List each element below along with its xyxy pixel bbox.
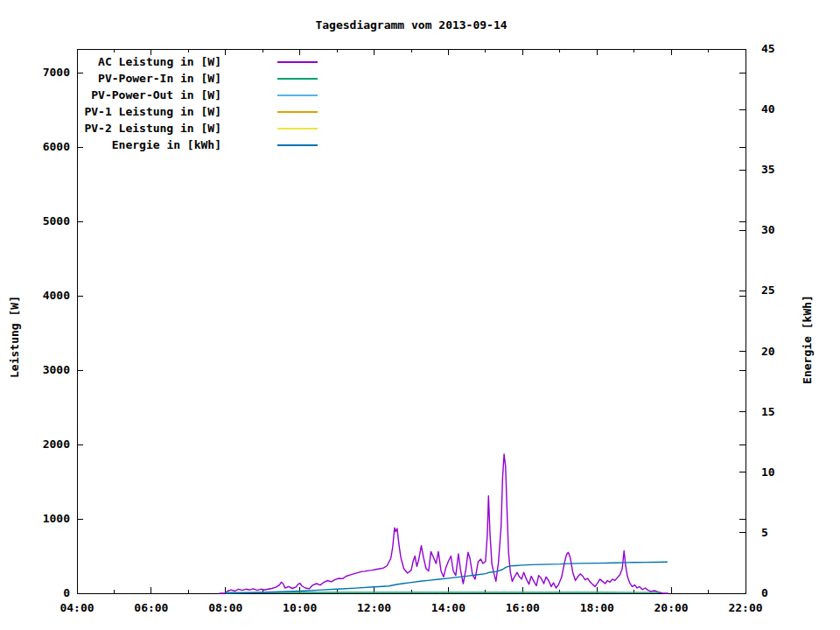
y-tick-label: 4000	[18, 290, 70, 302]
y2-tick-label: 0	[761, 587, 768, 599]
legend-line-sample	[277, 144, 318, 146]
daily-pv-chart: Tagesdiagramm vom 2013-09-14 Leistung [W…	[0, 0, 840, 630]
y2-tick-label: 35	[761, 164, 775, 176]
y2-tick-label: 25	[761, 284, 775, 297]
legend-line-sample	[277, 128, 318, 130]
x-tick-label: 22:00	[728, 602, 762, 614]
y2-tick-label: 30	[761, 224, 775, 236]
y-tick-label: 0	[18, 587, 70, 599]
y2-tick-label: 10	[761, 466, 775, 479]
x-tick-label: 12:00	[357, 602, 391, 614]
legend-line-sample	[277, 61, 318, 63]
legend-item-3: PV-Power-Out in [W]	[0, 89, 840, 102]
legend-label: PV-2 Leistung in [W]	[84, 122, 221, 135]
y2-tick-label: 20	[761, 346, 775, 358]
legend-item-1: AC Leistung in [W]	[0, 56, 840, 68]
x-tick-label: 10:00	[283, 602, 317, 614]
legend-line-sample	[277, 111, 318, 113]
x-tick-label: 06:00	[134, 602, 168, 614]
legend-item-5: PV-2 Leistung in [W]	[0, 122, 840, 135]
x-tick-label: 04:00	[60, 602, 94, 614]
y-tick-label: 3000	[18, 364, 70, 376]
legend-label: PV-Power-In in [W]	[98, 73, 221, 85]
x-tick-label: 08:00	[208, 602, 242, 614]
y-tick-label: 2000	[18, 438, 70, 451]
x-tick-label: 14:00	[431, 602, 466, 614]
legend-item-2: PV-Power-In in [W]	[0, 73, 840, 85]
legend-label: AC Leistung in [W]	[98, 56, 221, 68]
legend-item-6: Energie in [kWh]	[0, 139, 840, 151]
y2-tick-label: 45	[761, 43, 775, 55]
legend-label: PV-Power-Out in [W]	[91, 89, 221, 102]
legend-label: Energie in [kWh]	[112, 139, 221, 151]
series-line-ac-leistung-in-w-	[220, 454, 668, 593]
x-tick-label: 20:00	[654, 602, 689, 614]
x-tick-label: 16:00	[506, 602, 540, 614]
y-tick-label: 5000	[18, 215, 70, 228]
legend-label: PV-1 Leistung in [W]	[84, 106, 221, 118]
y2-tick-label: 5	[761, 527, 768, 539]
legend-line-sample	[277, 78, 318, 80]
legend-line-sample	[277, 94, 318, 96]
legend-item-4: PV-1 Leistung in [W]	[0, 106, 840, 118]
y-tick-label: 1000	[18, 513, 70, 525]
x-tick-label: 18:00	[580, 602, 614, 614]
y2-tick-label: 15	[761, 406, 775, 418]
